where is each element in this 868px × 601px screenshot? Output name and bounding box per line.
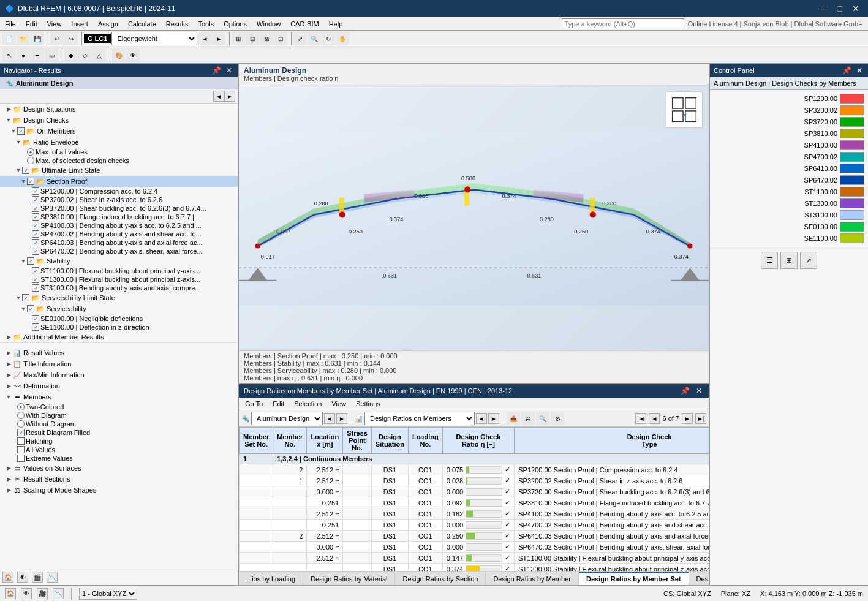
- lc-status-dropdown[interactable]: 1 - Global XYZ: [79, 588, 137, 600]
- select-btn[interactable]: ↖: [2, 48, 16, 62]
- close-button[interactable]: ✕: [848, 2, 863, 15]
- cp-export-btn[interactable]: ↗: [800, 252, 817, 269]
- status-icon-btn-1[interactable]: 🏠: [5, 588, 16, 599]
- lc-dropdown[interactable]: Eigengewicht: [111, 32, 197, 45]
- extreme-values-checkbox[interactable]: [17, 455, 25, 462]
- menu-view[interactable]: View: [42, 19, 67, 29]
- tree-title-info[interactable]: ▶ 📋 Title Information: [0, 358, 238, 369]
- tree-scaling[interactable]: ▶ ⚖ Scaling of Mode Shapes: [0, 485, 238, 496]
- menu-help[interactable]: Help: [324, 19, 348, 29]
- tree-sp1200[interactable]: SP1200.00 | Compression acc. to 6.2.4: [0, 187, 238, 195]
- menu-assign[interactable]: Assign: [93, 19, 123, 29]
- sp4700-checkbox[interactable]: [32, 230, 39, 238]
- with-diagram-radio[interactable]: [17, 412, 25, 419]
- tab-by-member-set[interactable]: Design Ratios by Member Set: [579, 572, 689, 585]
- navigator-close-btn[interactable]: ✕: [224, 66, 234, 75]
- table-row-3[interactable]: 0.000 ≈ DS1 CO1 0.000 ✓: [240, 486, 709, 497]
- hatching-checkbox[interactable]: [17, 437, 25, 445]
- tree-additional-member[interactable]: ▶ 📁 Additional Member Results: [0, 331, 238, 342]
- tree-sp6410[interactable]: SP6410.03 | Bending about y-axis and axi…: [0, 238, 238, 247]
- status-icon-btn-3[interactable]: 🎥: [37, 588, 48, 599]
- tree-two-colored[interactable]: Two-Colored: [0, 403, 238, 411]
- cp-pin-btn[interactable]: 📌: [840, 66, 853, 75]
- bottom-panel-close-btn[interactable]: ✕: [694, 386, 704, 396]
- tree-st3100[interactable]: ST3100.00 | Bending about y-axis and axi…: [0, 284, 238, 292]
- design-dropdown[interactable]: Aluminum Design: [251, 412, 323, 425]
- render-btn-3[interactable]: △: [92, 48, 106, 62]
- tree-result-values[interactable]: ▶ 📊 Result Values: [0, 347, 238, 358]
- stability-checkbox[interactable]: [27, 257, 34, 265]
- tree-sp3200[interactable]: SP3200.02 | Shear in z-axis acc. to 6.2.…: [0, 195, 238, 204]
- without-diagram-radio[interactable]: [17, 420, 25, 428]
- tab-by-location[interactable]: Design Ratios by Loca...: [689, 572, 709, 585]
- nav-back-btn[interactable]: ◄: [213, 91, 224, 102]
- tree-st1100[interactable]: ST1100.00 | Flexural buckling about prin…: [0, 266, 238, 275]
- render-btn-2[interactable]: ◇: [78, 48, 92, 62]
- menu-edit[interactable]: Edit: [21, 19, 42, 29]
- bp-last-btn[interactable]: ►|: [695, 413, 706, 424]
- tree-maxmin[interactable]: ▶ 📈 Max/Min Information: [0, 369, 238, 380]
- menu-tools[interactable]: Tools: [193, 19, 219, 29]
- table-row-5[interactable]: 2.512 ≈ DS1 CO1 0.182 ✓: [240, 508, 709, 520]
- serviceability-checkbox[interactable]: [27, 305, 34, 312]
- se0100-checkbox[interactable]: [32, 315, 39, 322]
- tree-result-diagram-filled[interactable]: Result Diagram Filled: [0, 428, 238, 437]
- bp-menu-edit[interactable]: Edit: [269, 399, 288, 409]
- tree-se0100[interactable]: SE0100.00 | Negligible deflections: [0, 314, 238, 323]
- bp-prev-design-btn[interactable]: ◄: [324, 413, 335, 424]
- keyword-search-input[interactable]: [562, 18, 684, 29]
- tree-design-checks[interactable]: ▼ 📂 Design Checks: [0, 115, 238, 126]
- table-row-header-1[interactable]: 1 1,3,2,4 | Continuous Members: [240, 454, 709, 464]
- menu-cadbim[interactable]: CAD-BIM: [285, 19, 323, 29]
- table-row-4[interactable]: 0.251 DS1 CO1 0.092 ✓: [240, 497, 709, 508]
- table-row-6[interactable]: 0.251 DS1 CO1 0.000 ✓: [240, 520, 709, 531]
- tab-by-loading[interactable]: ...ios by Loading: [239, 572, 303, 585]
- se1100-checkbox[interactable]: [32, 323, 39, 331]
- view-btn-3[interactable]: ⊠: [260, 32, 273, 45]
- tree-sp3720[interactable]: SP3720.00 | Shear buckling acc. to 6.2.6…: [0, 204, 238, 213]
- display-btn[interactable]: 👁: [126, 48, 140, 62]
- bp-prev-btn[interactable]: ◄: [649, 413, 660, 424]
- zoom-fit-btn[interactable]: ⤢: [293, 32, 307, 45]
- tab-by-section[interactable]: Design Ratios by Section: [395, 572, 486, 585]
- menu-options[interactable]: Options: [219, 19, 252, 29]
- tree-ratio-envelope[interactable]: ▼ 📂 Ratio Envelope: [0, 137, 238, 148]
- cp-close-btn[interactable]: ✕: [855, 66, 864, 75]
- table-row-10[interactable]: DS1 CO1 0.374 ✓: [240, 564, 709, 572]
- nav-fwd-btn[interactable]: ►: [224, 91, 235, 102]
- tree-max-selected[interactable]: Max. of selected design checks: [0, 156, 238, 165]
- nav-bottom-btn-4[interactable]: 📉: [47, 572, 58, 583]
- section-proof-checkbox[interactable]: [27, 178, 34, 185]
- save-btn[interactable]: 💾: [31, 32, 44, 45]
- max-all-radio[interactable]: [27, 148, 34, 156]
- bp-menu-goto[interactable]: Go To: [241, 399, 266, 409]
- view-btn-1[interactable]: ⊞: [232, 32, 245, 45]
- uls-checkbox[interactable]: [22, 167, 29, 174]
- pan-btn[interactable]: ✋: [336, 32, 349, 45]
- undo-btn[interactable]: ↩: [50, 32, 64, 45]
- tree-on-members[interactable]: ▼ 📂 On Members: [0, 126, 238, 137]
- tree-all-values[interactable]: All Values: [0, 445, 238, 454]
- bp-settings-btn[interactable]: ⚙: [551, 412, 564, 425]
- bp-next-page-btn[interactable]: ►: [682, 413, 693, 424]
- tree-sp4100[interactable]: SP4100.03 | Bending about y-axis acc. to…: [0, 221, 238, 230]
- cp-grid-btn[interactable]: ⊞: [780, 252, 798, 269]
- tree-members[interactable]: ▼ ━ Members: [0, 391, 238, 403]
- menu-results[interactable]: Results: [161, 19, 194, 29]
- bp-prev-result-btn[interactable]: ◄: [476, 413, 487, 424]
- tree-extreme-values[interactable]: Extreme Values: [0, 454, 238, 463]
- view-btn-4[interactable]: ⊡: [274, 32, 287, 45]
- sp3200-checkbox[interactable]: [32, 196, 39, 203]
- table-row-7[interactable]: 2 2.512 ≈ DS1 CO1 0.250: [240, 531, 709, 542]
- tab-by-material[interactable]: Design Ratios by Material: [303, 572, 395, 585]
- all-values-checkbox[interactable]: [17, 446, 25, 453]
- on-members-checkbox[interactable]: [17, 127, 25, 135]
- tree-st1300[interactable]: ST1300.00 | Flexural buckling about prin…: [0, 275, 238, 284]
- tree-stability[interactable]: ▼ 📂 Stability: [0, 255, 238, 266]
- bp-next-result-btn[interactable]: ►: [488, 413, 499, 424]
- bp-print-btn[interactable]: 🖨: [521, 412, 535, 425]
- tree-values-on-surfaces[interactable]: ▶ ▭ Values on Surfaces: [0, 463, 238, 474]
- open-btn[interactable]: 📁: [17, 32, 30, 45]
- redo-btn[interactable]: ↪: [64, 32, 78, 45]
- sp1200-checkbox[interactable]: [32, 187, 39, 195]
